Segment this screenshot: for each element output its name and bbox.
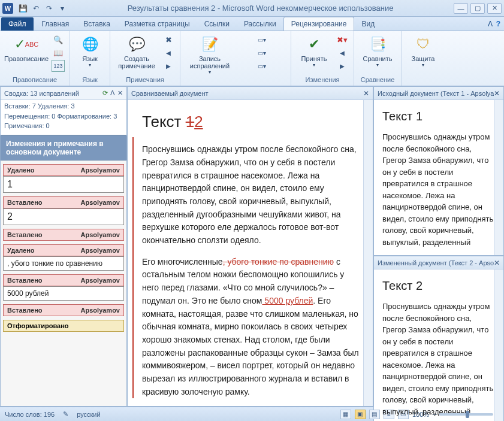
- close-revised-icon[interactable]: ✕: [494, 259, 500, 267]
- revision-item[interactable]: ВставленоApsolyamov: [3, 274, 124, 286]
- compared-document-pane: Сравниваемый документ ✕ Текст 12 Проснув…: [127, 86, 373, 407]
- group-language-label: Язык: [82, 76, 98, 84]
- word-count[interactable]: Число слов: 196: [5, 411, 55, 418]
- ribbon: ✓ABC Правописание 🔍 📖 123 Правописание 🌐…: [0, 31, 504, 86]
- zoom-slider[interactable]: [439, 413, 493, 416]
- summary-title: Сводка: 13 исправлений: [4, 90, 79, 97]
- view-fullscreen[interactable]: ▣: [355, 410, 366, 419]
- save-icon[interactable]: 💾: [18, 4, 28, 13]
- revision-author: Apsolyamov: [81, 231, 120, 238]
- quick-access-toolbar: 💾 ↶ ↷ ▾: [18, 4, 67, 13]
- spelling-button[interactable]: ✓ABC Правописание: [5, 34, 48, 62]
- compared-scrollbar[interactable]: [363, 100, 373, 406]
- revision-author: Apsolyamov: [81, 277, 120, 284]
- minimize-ribbon-icon[interactable]: ᐱ: [488, 20, 493, 28]
- window-title: Результаты сравнения 2 - Microsoft Word …: [67, 4, 454, 13]
- maximize-button[interactable]: ▢: [470, 3, 485, 14]
- next-comment-icon[interactable]: ►: [162, 60, 175, 72]
- close-compared-icon[interactable]: ✕: [363, 89, 369, 98]
- word-app-icon: W: [2, 3, 13, 14]
- revision-author: Apsolyamov: [81, 166, 120, 174]
- compared-para2: Его многочисленные, убого тонкие по срав…: [142, 256, 362, 399]
- tab-file[interactable]: Файл: [1, 17, 34, 31]
- thesaurus-icon[interactable]: 📖: [52, 47, 65, 59]
- track-changes-button[interactable]: 📝 Запись исправлений ▾: [185, 34, 234, 75]
- compared-content[interactable]: Текст 12 Проснувшись однажды утром после…: [128, 100, 373, 406]
- language-status[interactable]: русский: [77, 411, 100, 418]
- display-review-icon[interactable]: ▭▾: [238, 34, 286, 46]
- prev-comment-icon[interactable]: ◄: [162, 47, 175, 59]
- reviewing-pane-icon[interactable]: ▭▾: [238, 60, 286, 72]
- revision-action: Вставлено: [7, 199, 43, 206]
- tab-view[interactable]: Вид: [354, 17, 382, 31]
- close-button[interactable]: ✕: [487, 3, 502, 14]
- view-print-layout[interactable]: ▦: [340, 410, 351, 419]
- tab-mailings[interactable]: Рассылки: [237, 17, 283, 31]
- minimize-button[interactable]: —: [454, 3, 468, 14]
- group-tracking-label: [234, 76, 236, 84]
- revised-scrollbar[interactable]: [494, 269, 503, 421]
- revision-formatted[interactable]: Отформатировано: [3, 320, 124, 332]
- next-change-icon[interactable]: ►: [336, 60, 349, 72]
- show-markup-icon[interactable]: ▭▾: [238, 47, 286, 59]
- source-header: Исходный документ (Текст 1 - Apsolyar: [378, 90, 494, 97]
- track-changes-icon: 📝: [200, 35, 219, 54]
- revision-item[interactable]: ВставленоApsolyamov: [3, 229, 124, 241]
- tab-layout[interactable]: Разметка страницы: [117, 17, 197, 31]
- revised-header: Измененный документ (Текст 2 - Apsol: [378, 259, 494, 266]
- revision-body: 1: [3, 176, 124, 193]
- prev-change-icon[interactable]: ◄: [336, 47, 349, 59]
- compared-para1: Проснувшись однажды утром после беспокой…: [142, 143, 362, 247]
- revision-body: 2: [3, 208, 124, 225]
- tab-review[interactable]: Рецензирование: [283, 17, 355, 31]
- source-scrollbar[interactable]: [494, 100, 503, 255]
- accept-icon: ✔: [304, 35, 324, 54]
- redo-icon[interactable]: ↷: [44, 4, 54, 13]
- title-bar: W 💾 ↶ ↷ ▾ Результаты сравнения 2 - Micro…: [0, 0, 504, 17]
- refresh-icon[interactable]: ⟳: [102, 89, 108, 97]
- revision-item[interactable]: ВставленоApsolyamov: [3, 304, 124, 316]
- tab-insert[interactable]: Вставка: [76, 17, 117, 31]
- compare-button[interactable]: 📑 Сравнить ▾: [359, 34, 396, 68]
- revised-document-pane: Измененный документ (Текст 2 - Apsol ✕ Т…: [373, 256, 504, 421]
- accept-button[interactable]: ✔ Принять ▾: [296, 34, 332, 68]
- help-icon[interactable]: ?: [496, 20, 500, 28]
- revision-item[interactable]: ВставленоApsolyamov: [3, 196, 124, 208]
- qat-customize-icon[interactable]: ▾: [58, 4, 67, 13]
- wordcount-icon[interactable]: 123: [52, 60, 65, 72]
- revision-item[interactable]: УдаленоApsolyamov: [3, 164, 124, 176]
- new-comment-button[interactable]: 💬 Создать примечание: [115, 34, 158, 69]
- group-compare-label: Сравнение: [361, 76, 395, 84]
- revised-title: Текст 2: [382, 277, 495, 295]
- close-source-icon[interactable]: ✕: [494, 89, 500, 98]
- language-button[interactable]: 🌐 Язык ▾: [75, 34, 105, 68]
- collapse-icon[interactable]: ᐱ: [110, 89, 115, 97]
- revised-content[interactable]: Текст 2 Проснувшись однажды утром после …: [374, 269, 503, 421]
- main-area: Сводка: 13 исправлений ⟳ ᐱ ✕ Вставки: 7 …: [0, 86, 504, 407]
- revision-action: Вставлено: [7, 307, 43, 314]
- source-body: Проснувшись однажды утром после беспокой…: [382, 131, 495, 248]
- revised-body: Проснувшись однажды утром после беспокой…: [382, 301, 495, 417]
- changes-header: Изменения и примечания в основном докуме…: [1, 135, 126, 160]
- protect-button[interactable]: 🛡 Защита ▾: [406, 34, 440, 68]
- proofing-icon[interactable]: ✎: [63, 410, 68, 418]
- revision-item[interactable]: УдаленоApsolyamov: [3, 244, 124, 256]
- protect-icon: 🛡: [414, 35, 433, 54]
- source-document-pane: Исходный документ (Текст 1 - Apsolyar ✕ …: [373, 86, 504, 256]
- undo-icon[interactable]: ↶: [31, 4, 41, 13]
- reject-icon[interactable]: ✖▾: [336, 34, 349, 46]
- tab-references[interactable]: Ссылки: [197, 17, 237, 31]
- revision-action: Вставлено: [7, 277, 43, 284]
- revision-author: Apsolyamov: [81, 247, 120, 254]
- spelling-icon: ✓ABC: [17, 35, 36, 54]
- delete-comment-icon[interactable]: ✖: [162, 34, 175, 46]
- revision-author: Apsolyamov: [81, 199, 120, 206]
- tab-home[interactable]: Главная: [35, 17, 77, 31]
- source-title: Текст 1: [382, 107, 495, 125]
- source-content[interactable]: Текст 1 Проснувшись однажды утром после …: [374, 100, 503, 255]
- revision-action: Вставлено: [7, 231, 43, 238]
- revision-author: Apsolyamov: [81, 307, 120, 314]
- ribbon-tabs: Файл Главная Вставка Разметка страницы С…: [0, 17, 504, 31]
- research-icon[interactable]: 🔍: [52, 34, 65, 46]
- close-pane-icon[interactable]: ✕: [117, 89, 123, 97]
